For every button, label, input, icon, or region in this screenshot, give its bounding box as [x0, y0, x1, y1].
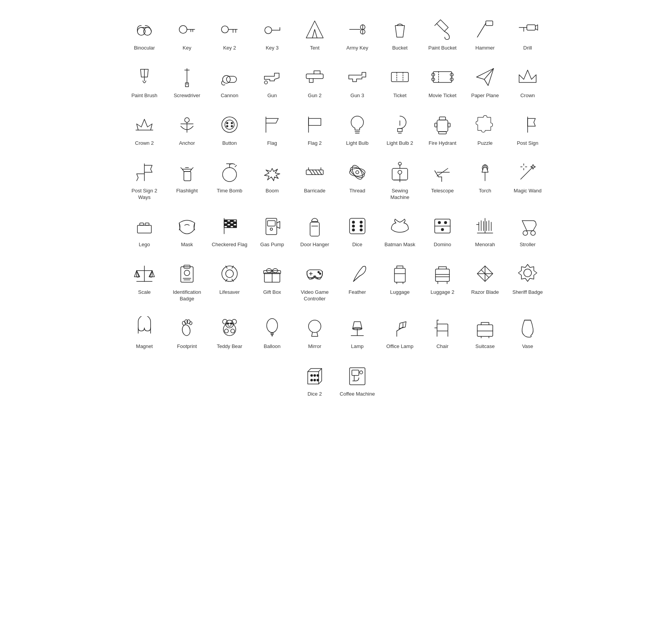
icon-item-suitcase[interactable]: Suitcase — [464, 310, 506, 354]
icon-item-spacer1[interactable] — [123, 358, 166, 401]
dice2-icon — [303, 364, 326, 387]
icon-item-light-bulb[interactable]: Light Bulb — [336, 107, 379, 151]
icon-item-paper-plane[interactable]: Paper Plane — [464, 59, 506, 103]
icon-item-gun2[interactable]: Gun 2 — [293, 59, 336, 103]
icon-item-crown2[interactable]: Crown 2 — [123, 107, 166, 151]
icon-item-menorah[interactable]: Menorah — [464, 208, 506, 252]
icon-grid: Binocular Key Key 2 Key 3 Tent Army Key … — [123, 12, 549, 401]
thread-icon — [346, 161, 369, 184]
icon-item-magnet[interactable]: Magnet — [123, 310, 166, 354]
icon-item-flag2[interactable]: Flag 2 — [293, 107, 336, 151]
icon-item-luggage[interactable]: Luggage — [379, 256, 421, 306]
icon-item-cannon[interactable]: Cannon — [208, 59, 251, 103]
icon-item-mirror[interactable]: Mirror — [293, 310, 336, 354]
icon-item-office-lamp[interactable]: Office Lamp — [379, 310, 421, 354]
svg-point-197 — [311, 379, 313, 381]
icon-item-game-controller[interactable]: Video Game Controller — [293, 256, 336, 306]
svg-point-117 — [438, 221, 441, 224]
icon-label-lamp: Lamp — [351, 343, 364, 350]
icon-item-flashlight[interactable]: Flashlight — [166, 154, 208, 205]
icon-label-gun: Gun — [267, 93, 277, 99]
svg-point-178 — [230, 323, 232, 324]
icon-item-dice2[interactable]: Dice 2 — [293, 358, 336, 401]
icon-item-army-key[interactable]: Army Key — [336, 12, 379, 55]
icon-item-ticket[interactable]: Ticket — [379, 59, 421, 103]
icon-item-sheriff-badge[interactable]: Sheriff Badge — [506, 256, 549, 306]
icon-item-movie-ticket[interactable]: Movie Ticket — [421, 59, 464, 103]
icon-item-light-bulb2[interactable]: Light Bulb 2 — [379, 107, 421, 151]
icon-item-torch[interactable]: Torch — [464, 154, 506, 205]
icon-item-screwdriver[interactable]: Screwdriver — [166, 59, 208, 103]
icon-item-chair[interactable]: Chair — [421, 310, 464, 354]
icon-label-checkered-flag: Checkered Flag — [212, 242, 247, 248]
icon-item-sewing-machine[interactable]: Sewing Machine — [379, 154, 421, 205]
svg-rect-104 — [267, 221, 275, 226]
icon-item-barricade[interactable]: Barricade — [293, 154, 336, 205]
icon-item-flag[interactable]: Flag — [251, 107, 293, 151]
svg-point-114 — [360, 225, 362, 227]
icon-item-razor-blade[interactable]: Razor Blade — [464, 256, 506, 306]
icon-item-telescope[interactable]: Telescope — [421, 154, 464, 205]
icon-item-thread[interactable]: Thread — [336, 154, 379, 205]
icon-item-mask[interactable]: Mask — [166, 208, 208, 252]
icon-item-vase[interactable]: Vase — [506, 310, 549, 354]
icon-item-post-sign[interactable]: Post Sign — [506, 107, 549, 151]
light-bulb-icon — [346, 113, 369, 136]
svg-point-183 — [309, 320, 321, 333]
icon-item-boom[interactable]: Boom — [251, 154, 293, 205]
icon-item-balloon[interactable]: Balloon — [251, 310, 293, 354]
icon-item-paint-brush[interactable]: Paint Brush — [123, 59, 166, 103]
icon-item-time-bomb[interactable]: Time Bomb — [208, 154, 251, 205]
icon-item-hammer[interactable]: Hammer — [464, 12, 506, 55]
icon-item-key3[interactable]: Key 3 — [251, 12, 293, 55]
icon-item-paint-bucket[interactable]: Paint Bucket — [421, 12, 464, 55]
icon-item-luggage2[interactable]: Luggage 2 — [421, 256, 464, 306]
icon-item-footprint[interactable]: Footprint — [166, 310, 208, 354]
key3-icon — [261, 18, 284, 41]
icon-item-binocular[interactable]: Binocular — [123, 12, 166, 55]
lifesaver-icon — [218, 262, 241, 285]
icon-item-bucket[interactable]: Bucket — [379, 12, 421, 55]
icon-item-door-hanger[interactable]: Door Hanger — [293, 208, 336, 252]
icon-label-drill: Drill — [523, 45, 532, 51]
icon-item-magic-wand[interactable]: Magic Wand — [506, 154, 549, 205]
icon-label-dice2: Dice 2 — [308, 391, 322, 398]
icon-item-crown[interactable]: Crown — [506, 59, 549, 103]
icon-item-lifesaver[interactable]: Lifesaver — [208, 256, 251, 306]
icon-item-batman-mask[interactable]: Batman Mask — [379, 208, 421, 252]
icon-item-drill[interactable]: Drill — [506, 12, 549, 55]
svg-rect-56 — [184, 171, 191, 181]
icon-item-scale[interactable]: Scale — [123, 256, 166, 306]
svg-point-68 — [350, 163, 364, 181]
time-bomb-icon — [218, 161, 241, 184]
icon-item-stroller[interactable]: Stroller — [506, 208, 549, 252]
icon-item-button[interactable]: Button — [208, 107, 251, 151]
icon-item-post-sign2[interactable]: Post Sign 2 Ways — [123, 154, 166, 205]
icon-item-checkered-flag[interactable]: Checkered Flag — [208, 208, 251, 252]
anchor-icon — [175, 113, 199, 136]
icon-item-key[interactable]: Key — [166, 12, 208, 55]
icon-item-gun3[interactable]: Gun 3 — [336, 59, 379, 103]
icon-item-coffee-machine[interactable]: Coffee Machine — [336, 358, 379, 401]
icon-item-spacer2[interactable] — [166, 358, 208, 401]
icon-label-suitcase: Suitcase — [475, 343, 495, 350]
icon-item-spacer3[interactable] — [208, 358, 251, 401]
icon-item-dice[interactable]: Dice — [336, 208, 379, 252]
icon-item-puzzle[interactable]: Puzzle — [464, 107, 506, 151]
icon-item-anchor[interactable]: Anchor — [166, 107, 208, 151]
icon-item-id-badge[interactable]: Identification Badge — [166, 256, 208, 306]
paint-brush-icon — [133, 65, 156, 89]
icon-item-lego[interactable]: Lego — [123, 208, 166, 252]
icon-item-tent[interactable]: Tent — [293, 12, 336, 55]
icon-item-gift-box[interactable]: Gift Box — [251, 256, 293, 306]
icon-item-spacer4[interactable] — [251, 358, 293, 401]
icon-item-key2[interactable]: Key 2 — [208, 12, 251, 55]
icon-item-gun[interactable]: Gun — [251, 59, 293, 103]
icon-item-gas-pump[interactable]: Gas Pump — [251, 208, 293, 252]
icon-item-lamp[interactable]: Lamp — [336, 310, 379, 354]
icon-item-fire-hydrant[interactable]: Fire Hydrant — [421, 107, 464, 151]
icon-item-domino[interactable]: Domino — [421, 208, 464, 252]
icon-item-teddy-bear[interactable]: Teddy Bear — [208, 310, 251, 354]
svg-point-177 — [227, 323, 229, 324]
icon-item-feather[interactable]: Feather — [336, 256, 379, 306]
